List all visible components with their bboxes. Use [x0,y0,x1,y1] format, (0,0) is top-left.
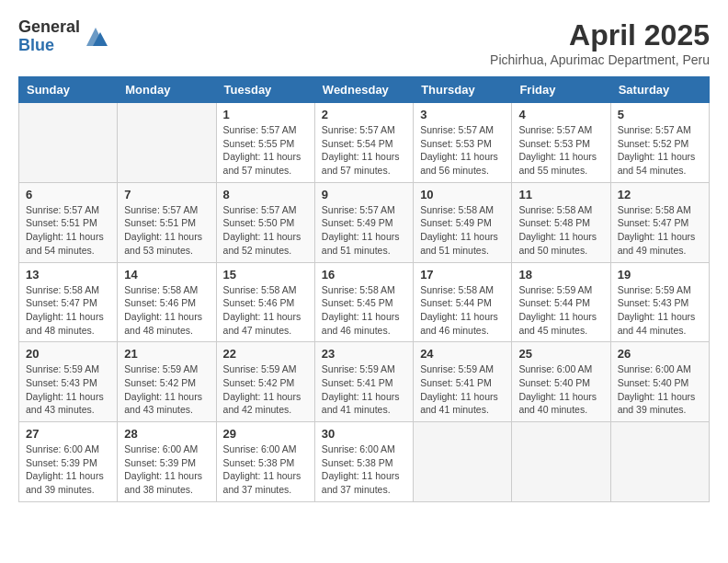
month-year-title: April 2025 [490,18,710,52]
calendar-cell: 6Sunrise: 5:57 AM Sunset: 5:51 PM Daylig… [19,182,118,262]
logo-general-text: General [18,18,80,37]
calendar-cell: 4Sunrise: 5:57 AM Sunset: 5:53 PM Daylig… [512,103,610,183]
calendar-cell [19,103,118,183]
day-number: 1 [223,108,308,121]
calendar-cell: 10Sunrise: 5:58 AM Sunset: 5:49 PM Dayli… [414,182,512,262]
calendar-cell: 16Sunrise: 5:58 AM Sunset: 5:45 PM Dayli… [314,262,413,342]
calendar-cell: 14Sunrise: 5:58 AM Sunset: 5:46 PM Dayli… [118,262,216,342]
calendar-cell: 13Sunrise: 5:58 AM Sunset: 5:47 PM Dayli… [19,262,118,342]
location-subtitle: Pichirhua, Apurimac Department, Peru [490,52,710,67]
logo: General Blue [18,18,109,55]
calendar-cell [414,422,512,502]
day-header-friday: Friday [512,77,610,103]
day-number: 30 [322,427,406,441]
day-number: 14 [124,268,209,282]
day-info: Sunrise: 5:57 AM Sunset: 5:54 PM Dayligh… [322,123,406,178]
day-info: Sunrise: 5:57 AM Sunset: 5:53 PM Dayligh… [518,123,603,178]
day-info: Sunrise: 5:57 AM Sunset: 5:55 PM Dayligh… [223,123,308,178]
logo-blue-text: Blue [18,37,80,55]
calendar-week-row: 6Sunrise: 5:57 AM Sunset: 5:51 PM Daylig… [19,182,710,262]
calendar-week-row: 1Sunrise: 5:57 AM Sunset: 5:55 PM Daylig… [19,103,710,183]
day-info: Sunrise: 5:58 AM Sunset: 5:47 PM Dayligh… [26,283,110,338]
day-info: Sunrise: 6:00 AM Sunset: 5:40 PM Dayligh… [518,362,603,417]
calendar-cell: 9Sunrise: 5:57 AM Sunset: 5:49 PM Daylig… [314,182,413,262]
day-number: 6 [26,188,110,201]
day-number: 13 [26,268,110,282]
logo-icon [82,23,109,51]
calendar-cell [118,103,216,183]
calendar-week-row: 13Sunrise: 5:58 AM Sunset: 5:47 PM Dayli… [19,262,710,342]
day-info: Sunrise: 5:58 AM Sunset: 5:47 PM Dayligh… [618,203,702,258]
day-info: Sunrise: 5:58 AM Sunset: 5:46 PM Dayligh… [124,283,209,338]
day-number: 16 [322,268,406,282]
day-number: 15 [223,268,308,282]
day-number: 24 [420,347,505,361]
day-info: Sunrise: 5:58 AM Sunset: 5:49 PM Dayligh… [420,203,505,258]
calendar-cell: 8Sunrise: 5:57 AM Sunset: 5:50 PM Daylig… [216,182,314,262]
day-number: 21 [124,347,209,361]
calendar-cell: 7Sunrise: 5:57 AM Sunset: 5:51 PM Daylig… [118,182,216,262]
day-info: Sunrise: 6:00 AM Sunset: 5:39 PM Dayligh… [124,442,209,497]
day-number: 18 [518,268,603,282]
day-info: Sunrise: 6:00 AM Sunset: 5:38 PM Dayligh… [223,442,308,497]
day-info: Sunrise: 5:57 AM Sunset: 5:51 PM Dayligh… [26,203,110,258]
day-number: 12 [618,188,702,201]
day-number: 11 [518,188,603,201]
day-number: 7 [124,188,209,201]
calendar-cell: 27Sunrise: 6:00 AM Sunset: 5:39 PM Dayli… [19,422,118,502]
calendar-cell: 15Sunrise: 5:58 AM Sunset: 5:46 PM Dayli… [216,262,314,342]
calendar-cell: 22Sunrise: 5:59 AM Sunset: 5:42 PM Dayli… [216,342,314,422]
day-number: 26 [618,347,702,361]
calendar-cell: 12Sunrise: 5:58 AM Sunset: 5:47 PM Dayli… [610,182,709,262]
day-info: Sunrise: 5:57 AM Sunset: 5:52 PM Dayligh… [618,123,702,178]
day-number: 10 [420,188,505,201]
day-info: Sunrise: 5:59 AM Sunset: 5:42 PM Dayligh… [124,362,209,417]
day-number: 25 [518,347,603,361]
day-header-sunday: Sunday [19,77,118,103]
day-info: Sunrise: 5:57 AM Sunset: 5:49 PM Dayligh… [322,203,406,258]
day-number: 2 [322,108,406,121]
day-number: 19 [618,268,702,282]
calendar-week-row: 20Sunrise: 5:59 AM Sunset: 5:43 PM Dayli… [19,342,710,422]
day-header-thursday: Thursday [414,77,512,103]
day-number: 4 [518,108,603,121]
day-info: Sunrise: 6:00 AM Sunset: 5:38 PM Dayligh… [322,442,406,497]
day-number: 3 [420,108,505,121]
calendar-cell [610,422,709,502]
day-info: Sunrise: 5:59 AM Sunset: 5:44 PM Dayligh… [518,283,603,338]
day-number: 29 [223,427,308,441]
day-number: 20 [26,347,110,361]
day-info: Sunrise: 5:59 AM Sunset: 5:41 PM Dayligh… [322,362,406,417]
calendar-cell: 21Sunrise: 5:59 AM Sunset: 5:42 PM Dayli… [118,342,216,422]
day-number: 23 [322,347,406,361]
calendar-cell: 2Sunrise: 5:57 AM Sunset: 5:54 PM Daylig… [314,103,413,183]
calendar-cell: 20Sunrise: 5:59 AM Sunset: 5:43 PM Dayli… [19,342,118,422]
calendar-cell: 19Sunrise: 5:59 AM Sunset: 5:43 PM Dayli… [610,262,709,342]
day-info: Sunrise: 5:59 AM Sunset: 5:42 PM Dayligh… [223,362,308,417]
calendar-cell: 28Sunrise: 6:00 AM Sunset: 5:39 PM Dayli… [118,422,216,502]
day-info: Sunrise: 5:58 AM Sunset: 5:44 PM Dayligh… [420,283,505,338]
calendar-cell: 29Sunrise: 6:00 AM Sunset: 5:38 PM Dayli… [216,422,314,502]
calendar-cell [512,422,610,502]
day-info: Sunrise: 5:58 AM Sunset: 5:45 PM Dayligh… [322,283,406,338]
day-info: Sunrise: 5:58 AM Sunset: 5:46 PM Dayligh… [223,283,308,338]
day-info: Sunrise: 5:57 AM Sunset: 5:51 PM Dayligh… [124,203,209,258]
calendar-table: SundayMondayTuesdayWednesdayThursdayFrid… [18,76,710,502]
day-info: Sunrise: 5:58 AM Sunset: 5:48 PM Dayligh… [518,203,603,258]
day-header-monday: Monday [118,77,216,103]
calendar-cell: 11Sunrise: 5:58 AM Sunset: 5:48 PM Dayli… [512,182,610,262]
calendar-week-row: 27Sunrise: 6:00 AM Sunset: 5:39 PM Dayli… [19,422,710,502]
day-info: Sunrise: 5:57 AM Sunset: 5:50 PM Dayligh… [223,203,308,258]
calendar-cell: 1Sunrise: 5:57 AM Sunset: 5:55 PM Daylig… [216,103,314,183]
day-header-saturday: Saturday [610,77,709,103]
day-info: Sunrise: 6:00 AM Sunset: 5:40 PM Dayligh… [618,362,702,417]
calendar-cell: 17Sunrise: 5:58 AM Sunset: 5:44 PM Dayli… [414,262,512,342]
title-section: April 2025 Pichirhua, Apurimac Departmen… [490,18,710,67]
day-info: Sunrise: 5:59 AM Sunset: 5:41 PM Dayligh… [420,362,505,417]
calendar-cell: 24Sunrise: 5:59 AM Sunset: 5:41 PM Dayli… [414,342,512,422]
calendar-cell: 26Sunrise: 6:00 AM Sunset: 5:40 PM Dayli… [610,342,709,422]
calendar-cell: 18Sunrise: 5:59 AM Sunset: 5:44 PM Dayli… [512,262,610,342]
day-info: Sunrise: 5:59 AM Sunset: 5:43 PM Dayligh… [618,283,702,338]
calendar-cell: 23Sunrise: 5:59 AM Sunset: 5:41 PM Dayli… [314,342,413,422]
calendar-cell: 5Sunrise: 5:57 AM Sunset: 5:52 PM Daylig… [610,103,709,183]
